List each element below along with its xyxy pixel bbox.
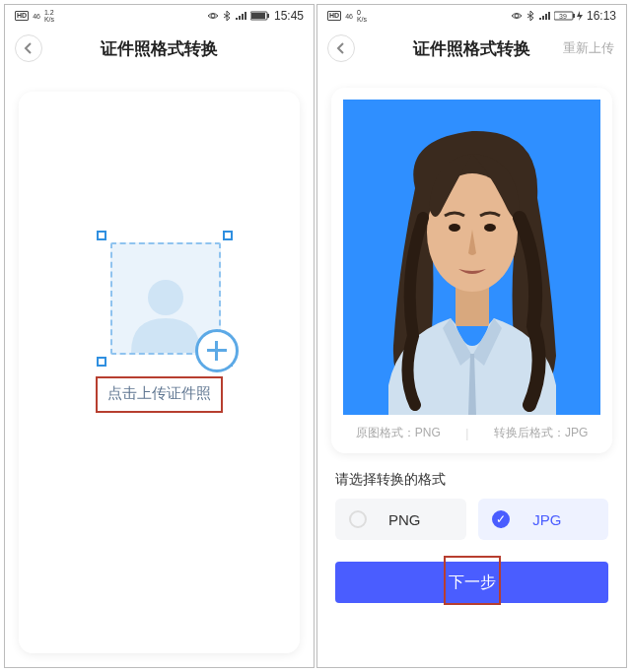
back-button[interactable]	[15, 34, 42, 62]
phone-right: HD 46 0K/s 39 16:13	[316, 4, 627, 668]
photo-meta: 原图格式：PNG | 转换后格式：JPG	[343, 425, 600, 441]
svg-point-11	[484, 224, 496, 232]
svg-rect-1	[267, 14, 269, 18]
title-bar: 证件照格式转换	[5, 27, 314, 70]
page-title: 证件照格式转换	[5, 37, 314, 60]
battery-icon: 39	[554, 11, 583, 21]
id-photo-preview	[343, 100, 600, 415]
net-badge: 46	[345, 13, 353, 20]
net-badge: 46	[33, 13, 40, 20]
clock: 16:13	[587, 9, 616, 23]
clock: 15:45	[274, 9, 304, 23]
target-format: 转换后格式：JPG	[494, 425, 588, 441]
svg-text:39: 39	[559, 13, 567, 20]
next-button[interactable]: 下一步	[335, 562, 608, 603]
photo-card: 原图格式：PNG | 转换后格式：JPG	[331, 88, 612, 453]
bluetooth-icon	[223, 10, 231, 22]
net-speed: 0K/s	[357, 9, 367, 23]
net-speed: 1.2K/s	[44, 9, 54, 23]
crop-frame-icon	[101, 235, 219, 353]
chevron-left-icon	[336, 42, 346, 54]
eye-icon	[207, 11, 219, 21]
plus-icon	[195, 329, 239, 372]
signal-icon	[235, 11, 246, 21]
upload-label: 点击上传证件照	[96, 376, 223, 413]
portrait-photo	[344, 100, 600, 415]
svg-rect-2	[251, 13, 265, 19]
svg-point-10	[449, 224, 460, 232]
svg-rect-5	[573, 14, 575, 18]
format-label: PNG	[357, 511, 453, 528]
upload-card: 点击上传证件照	[19, 92, 300, 653]
back-button[interactable]	[327, 34, 355, 62]
battery-icon	[250, 11, 270, 21]
format-section-title: 请选择转换的格式	[335, 471, 608, 489]
hd-badge: HD	[327, 11, 341, 21]
eye-icon	[511, 11, 523, 21]
meta-separator: |	[465, 427, 468, 440]
upload-area[interactable]: 点击上传证件照	[96, 235, 223, 413]
title-bar: 证件照格式转换 重新上传	[317, 27, 626, 70]
dual-screenshot: HD 46 1.2K/s 15:45	[0, 0, 631, 672]
charging-icon	[577, 11, 583, 21]
status-bar: HD 46 1.2K/s 15:45	[5, 5, 314, 27]
hd-badge: HD	[15, 11, 29, 21]
signal-icon	[538, 11, 550, 21]
next-button-label: 下一步	[449, 572, 496, 593]
format-label: JPG	[500, 511, 596, 528]
format-option-jpg[interactable]: ✓ JPG	[478, 499, 609, 540]
svg-rect-8	[456, 287, 489, 326]
format-options: PNG ✓ JPG	[317, 499, 626, 540]
format-option-png[interactable]: PNG	[335, 499, 466, 540]
person-silhouette-icon	[121, 264, 210, 353]
svg-point-3	[148, 280, 183, 315]
status-bar: HD 46 0K/s 39 16:13	[317, 5, 626, 27]
phone-left: HD 46 1.2K/s 15:45	[4, 4, 315, 668]
source-format: 原图格式：PNG	[356, 425, 441, 441]
reupload-link[interactable]: 重新上传	[563, 39, 614, 57]
bluetooth-icon	[526, 10, 534, 22]
chevron-left-icon	[24, 42, 34, 54]
